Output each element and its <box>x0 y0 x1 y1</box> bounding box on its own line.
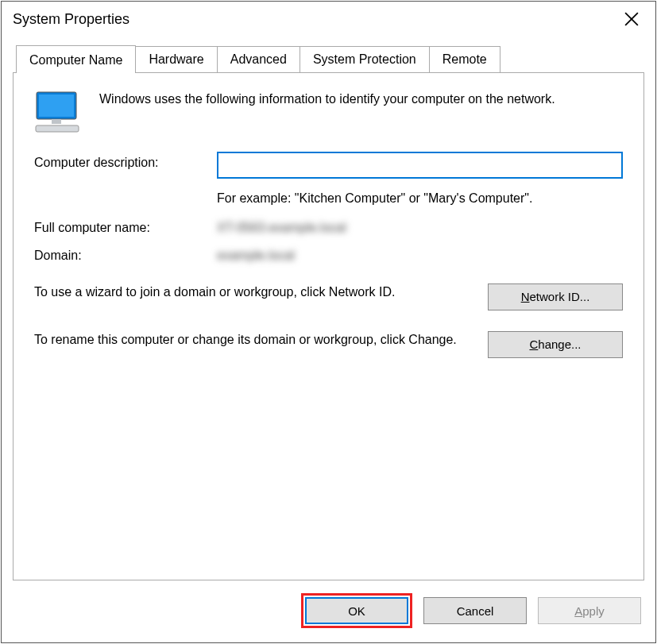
tab-system-protection[interactable]: System Protection <box>300 46 430 72</box>
tab-advanced[interactable]: Advanced <box>217 46 300 72</box>
svg-rect-4 <box>52 119 61 124</box>
intro-text: Windows uses the following information t… <box>99 91 555 108</box>
tab-hardware[interactable]: Hardware <box>135 46 217 72</box>
window-title: System Properties <box>13 11 613 28</box>
client-area: Computer Name Hardware Advanced System P… <box>2 37 655 642</box>
computer-monitor-icon <box>34 91 82 136</box>
apply-button: Apply <box>538 597 641 624</box>
close-icon <box>624 12 639 26</box>
titlebar: System Properties <box>2 2 655 37</box>
full-computer-name-value: XT-0563.example.local <box>217 217 346 235</box>
full-computer-name-label: Full computer name: <box>34 217 217 235</box>
tab-remote[interactable]: Remote <box>429 46 500 72</box>
tab-computer-name[interactable]: Computer Name <box>16 45 136 73</box>
computer-description-input[interactable] <box>217 152 623 179</box>
cancel-button[interactable]: Cancel <box>423 597 527 624</box>
computer-description-label: Computer description: <box>34 152 217 170</box>
tabstrip: Computer Name Hardware Advanced System P… <box>16 44 644 72</box>
dialog-footer: OK Cancel Apply <box>13 580 644 631</box>
description-example-text: For example: "Kitchen Computer" or "Mary… <box>217 190 623 207</box>
ok-highlight-box: OK <box>301 593 412 628</box>
network-id-button[interactable]: Network ID... <box>488 283 623 310</box>
network-id-help-text: To use a wizard to join a domain or work… <box>34 283 472 301</box>
change-button[interactable]: Change... <box>488 331 623 358</box>
tab-panel-computer-name: Windows uses the following information t… <box>13 72 644 580</box>
close-button[interactable] <box>613 3 651 35</box>
system-properties-dialog: System Properties Computer Name Hardware… <box>1 1 656 643</box>
change-help-text: To rename this computer or change its do… <box>34 331 472 349</box>
domain-label: Domain: <box>34 245 217 263</box>
ok-button[interactable]: OK <box>305 597 408 624</box>
svg-rect-3 <box>39 94 74 117</box>
svg-rect-5 <box>36 125 79 132</box>
domain-value: example.local <box>217 245 295 263</box>
